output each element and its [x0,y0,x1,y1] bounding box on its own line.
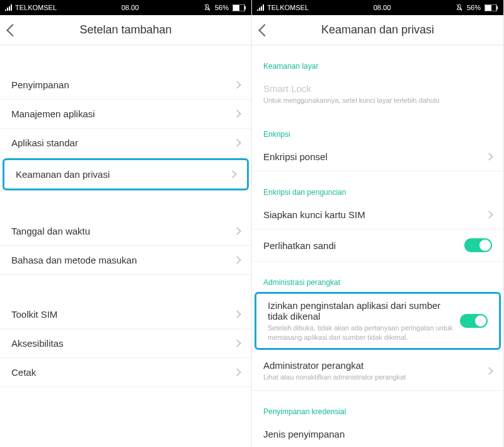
left-phone: TELKOMSEL 08.00 56% Setelan tambahan Pen… [0,0,252,447]
menu-unknown-sources[interactable]: Izinkan penginstalan aplikasi dari sumbe… [256,294,499,348]
menu-label: Siapkan kunci kartu SIM [263,209,365,220]
svg-rect-1 [233,5,239,11]
settings-list[interactable]: Keamanan layar Smart Lock Untuk mengguna… [252,45,503,447]
highlight-box: Keamanan dan privasi [3,158,249,190]
menu-smart-lock: Smart Lock Untuk menggunakannya, setel k… [252,74,503,113]
svg-rect-4 [485,5,491,11]
menu-show-password[interactable]: Perlihatkan sandi [252,229,503,262]
menu-print[interactable]: Cetak [0,358,251,387]
menu-label: Cetak [11,367,36,378]
menu-subtitle: Setelah dibuka, tidak akan ada pertanyaa… [268,323,455,342]
mute-icon [455,4,463,11]
chevron-right-icon [233,227,241,235]
toggle-on-icon[interactable] [464,238,492,252]
menu-label: Toolkit SIM [11,309,57,320]
chevron-right-icon [229,170,237,178]
menu-label: Smart Lock [263,83,487,94]
status-bar: TELKOMSEL 08.00 56% [0,0,251,15]
section-encryption: Enkripsi [252,124,503,142]
menu-encrypt-phone[interactable]: Enkripsi ponsel [252,142,503,171]
back-button[interactable] [252,26,277,35]
menu-default-apps[interactable]: Aplikasi standar [0,129,251,157]
menu-label: Tanggal dan waktu [11,226,90,236]
menu-language-input[interactable]: Bahasa dan metode masukan [0,246,251,275]
chevron-right-icon [233,81,241,89]
battery-icon [232,4,246,11]
battery-label: 56% [215,4,229,11]
menu-sim-toolkit[interactable]: Toolkit SIM [0,300,251,329]
menu-subtitle: Lihat atau nonaktifkan administrator per… [263,373,481,381]
settings-list[interactable]: Penyimpanan Manajemen aplikasi Aplikasi … [0,45,251,447]
menu-label: Manajemen aplikasi [11,108,95,119]
signal-icon [257,4,265,11]
menu-security-privacy[interactable]: Keamanan dan privasi [4,160,247,189]
menu-label: Izinkan penginstalan aplikasi dari sumbe… [268,300,455,322]
page-title: Setelan tambahan [0,23,251,37]
chevron-right-icon [233,256,241,264]
title-bar: Keamanan dan privasi [252,15,503,45]
menu-label: Jenis penyimpanan [263,429,345,439]
time-label: 08.00 [122,4,139,11]
chevron-right-icon [233,368,241,376]
toggle-on-icon[interactable] [460,314,488,328]
chevron-right-icon [233,110,241,118]
section-encrypt-lock: Enkripsi dan penguncian [252,182,503,200]
chevron-right-icon [485,153,493,161]
section-device-admin: Administrasi perangkat [252,272,503,291]
title-bar: Setelan tambahan [0,15,251,45]
mute-icon [203,4,211,11]
menu-label: Keamanan dan privasi [16,169,110,180]
right-phone: TELKOMSEL 08.00 56% Keamanan dan privasi… [252,0,504,447]
chevron-right-icon [233,339,241,347]
menu-label: Aksesibilitas [11,338,64,349]
menu-label: Aplikasi standar [11,137,78,148]
menu-app-management[interactable]: Manajemen aplikasi [0,100,251,129]
menu-sim-lock[interactable]: Siapkan kunci kartu SIM [252,200,503,229]
carrier-label: TELKOMSEL [15,4,57,11]
back-icon [6,24,19,37]
menu-date-time[interactable]: Tanggal dan waktu [0,217,251,246]
battery-icon [484,4,498,11]
chevron-right-icon [233,310,241,318]
menu-label: Administrator perangkat [263,360,481,371]
menu-storage[interactable]: Penyimpanan [0,71,251,100]
menu-subtitle: Untuk menggunakannya, setel kunci layar … [263,96,487,105]
back-icon [258,24,271,37]
chevron-right-icon [233,139,241,147]
chevron-right-icon [485,367,493,375]
status-bar: TELKOMSEL 08.00 56% [252,0,503,15]
menu-label: Perlihatkan sandi [263,240,336,251]
menu-accessibility[interactable]: Aksesibilitas [0,329,251,358]
menu-device-administrator[interactable]: Administrator perangkat Lihat atau nonak… [252,351,503,391]
menu-label: Penyimpanan [11,79,69,90]
svg-rect-2 [244,6,246,9]
battery-label: 56% [467,4,481,11]
section-screen-security: Keamanan layar [252,55,503,74]
menu-label: Enkripsi ponsel [263,151,328,162]
svg-rect-5 [496,6,498,9]
back-button[interactable] [0,26,25,35]
signal-icon [5,4,13,11]
carrier-label: TELKOMSEL [267,4,309,11]
menu-storage-type[interactable]: Jenis penyimpanan [252,420,503,442]
section-credential-storage: Penyimpanan kredensial [252,401,503,420]
chevron-right-icon [485,211,493,219]
menu-label: Bahasa dan metode masukan [11,255,137,265]
time-label: 08.00 [374,4,391,11]
page-title: Keamanan dan privasi [252,23,503,37]
highlight-box: Izinkan penginstalan aplikasi dari sumbe… [255,292,501,350]
